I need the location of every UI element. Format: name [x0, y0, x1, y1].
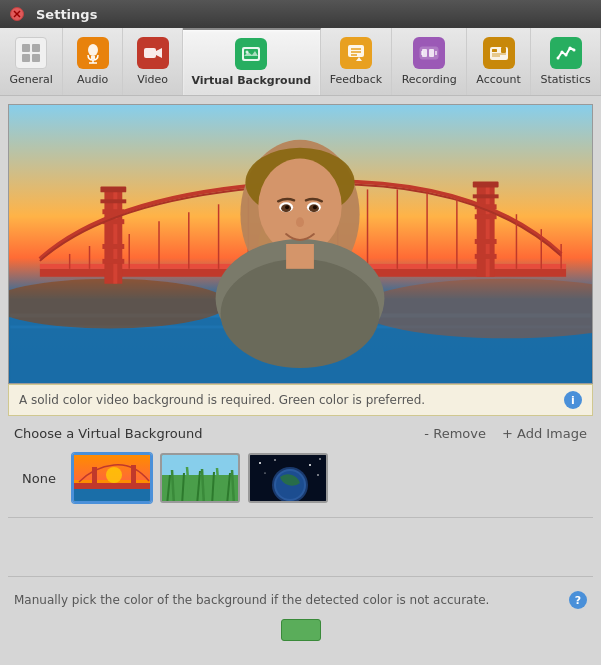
thumb-grass-preview	[162, 455, 238, 501]
choose-label: Choose a Virtual Background	[14, 426, 202, 441]
vbg-controls: Choose a Virtual Background - Remove + A…	[0, 416, 601, 449]
svg-point-117	[264, 472, 265, 473]
svg-rect-45	[100, 199, 126, 203]
general-icon	[15, 37, 47, 69]
feedback-icon	[340, 37, 372, 69]
info-text: A solid color video background is requir…	[19, 393, 425, 407]
svg-rect-53	[473, 194, 499, 198]
svg-rect-48	[102, 259, 124, 264]
svg-rect-54	[475, 214, 497, 219]
statistics-icon	[550, 37, 582, 69]
info-bar: A solid color video background is requir…	[8, 384, 593, 416]
account-icon	[483, 37, 515, 69]
vbg-icon	[235, 38, 267, 70]
thumbnail-grass[interactable]	[160, 453, 240, 503]
video-icon	[137, 37, 169, 69]
bridge-svg	[9, 105, 592, 383]
tab-general-label: General	[9, 73, 52, 86]
svg-point-88	[313, 205, 317, 209]
tab-audio-label: Audio	[77, 73, 108, 86]
svg-rect-23	[421, 51, 423, 55]
thumbnail-space[interactable]	[248, 453, 328, 503]
svg-rect-43	[113, 189, 117, 283]
svg-rect-93	[74, 483, 152, 489]
svg-marker-19	[356, 57, 362, 61]
help-icon: ?	[569, 591, 587, 609]
preview-area	[8, 104, 593, 384]
add-image-button[interactable]: + Add Image	[502, 426, 587, 441]
svg-point-114	[274, 459, 276, 461]
svg-point-32	[564, 54, 567, 57]
svg-point-6	[88, 44, 98, 56]
color-button-row	[0, 619, 601, 649]
svg-rect-29	[501, 47, 506, 53]
svg-rect-82	[286, 244, 314, 269]
svg-point-96	[106, 467, 122, 483]
window-title: Settings	[36, 7, 97, 22]
svg-point-118	[317, 474, 319, 476]
content-area: A solid color video background is requir…	[0, 104, 601, 649]
svg-rect-47	[102, 244, 124, 249]
svg-rect-5	[32, 54, 40, 62]
tab-statistics-label: Statistics	[540, 73, 590, 86]
svg-rect-92	[74, 487, 152, 503]
svg-rect-2	[22, 44, 30, 52]
audio-icon	[77, 37, 109, 69]
svg-point-31	[560, 51, 563, 54]
svg-point-113	[259, 462, 261, 464]
close-button[interactable]	[10, 7, 24, 21]
svg-rect-10	[144, 48, 156, 58]
tab-video-label: Video	[137, 73, 168, 86]
svg-rect-22	[429, 49, 434, 57]
tab-video[interactable]: Video	[123, 28, 183, 95]
svg-rect-3	[32, 44, 40, 52]
svg-rect-55	[475, 239, 497, 244]
titlebar: Settings	[0, 0, 601, 28]
separator	[8, 517, 593, 518]
svg-point-33	[568, 47, 571, 50]
svg-rect-7	[91, 56, 95, 59]
tab-audio[interactable]: Audio	[63, 28, 123, 95]
svg-rect-4	[22, 54, 30, 62]
svg-rect-57	[473, 181, 499, 187]
svg-rect-24	[435, 51, 437, 55]
tab-account-label: Account	[476, 73, 520, 86]
tab-recording[interactable]: Recording	[392, 28, 467, 95]
color-picker-button[interactable]	[281, 619, 321, 641]
svg-point-30	[556, 57, 559, 60]
tab-account[interactable]: Account	[467, 28, 531, 95]
svg-rect-56	[475, 254, 497, 259]
svg-rect-26	[492, 49, 497, 52]
bottom-text: Manually pick the color of the backgroun…	[14, 593, 489, 607]
remove-button[interactable]: - Remove	[424, 426, 486, 441]
thumb-space-preview	[250, 455, 326, 501]
svg-point-14	[246, 51, 249, 54]
info-icon: i	[564, 391, 582, 409]
bottom-section: Manually pick the color of the backgroun…	[0, 581, 601, 619]
vbg-actions: - Remove + Add Image	[424, 426, 587, 441]
svg-point-87	[285, 205, 289, 209]
thumbnail-golden-gate[interactable]	[72, 453, 152, 503]
tab-recording-label: Recording	[402, 73, 457, 86]
separator2	[8, 576, 593, 577]
svg-point-89	[296, 217, 304, 227]
tab-vbg-label: Virtual Background	[192, 74, 312, 87]
svg-marker-11	[156, 48, 162, 58]
recording-icon	[413, 37, 445, 69]
tab-feedback-label: Feedback	[330, 73, 382, 86]
thumb-gg-preview	[74, 455, 150, 501]
tab-feedback[interactable]: Feedback	[321, 28, 393, 95]
tab-virtual-background[interactable]: Virtual Background	[183, 28, 320, 95]
thumbnails-row: None	[0, 449, 601, 513]
toolbar: General Audio Video	[0, 28, 601, 96]
svg-point-116	[319, 458, 321, 460]
svg-rect-49	[100, 186, 126, 192]
svg-point-115	[309, 464, 311, 466]
svg-point-81	[221, 259, 380, 368]
tab-statistics[interactable]: Statistics	[531, 28, 601, 95]
none-label: None	[14, 467, 64, 490]
svg-point-34	[572, 49, 575, 52]
tab-general[interactable]: General	[0, 28, 63, 95]
